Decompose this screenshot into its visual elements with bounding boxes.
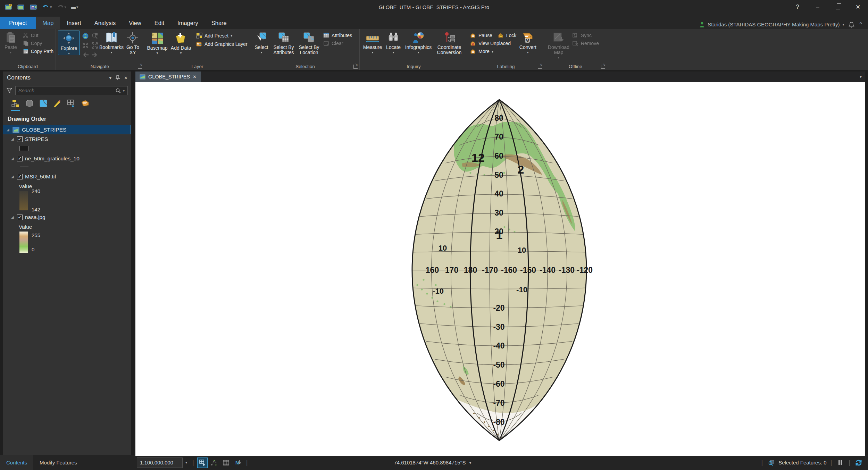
labeling-more-dropdown-icon[interactable]: ▾ xyxy=(492,50,493,53)
add-preset-dropdown-icon[interactable]: ▾ xyxy=(231,34,232,37)
search-dropdown-icon[interactable]: ▾ xyxy=(121,89,125,93)
go-to-xy-button[interactable]: Go To XY xyxy=(124,31,142,55)
redo-button[interactable]: ▾ xyxy=(57,4,67,10)
full-extent-button[interactable] xyxy=(81,32,90,40)
expander-icon[interactable]: ◢ xyxy=(11,157,15,160)
list-by-selection-tab[interactable] xyxy=(39,99,48,111)
infographics-dropdown-icon[interactable]: ▾ xyxy=(417,51,419,54)
list-by-drawing-order-tab[interactable] xyxy=(11,99,20,111)
tab-view[interactable]: View xyxy=(122,17,148,29)
sync-button[interactable]: Sync xyxy=(573,33,599,38)
nasa-checkbox[interactable]: ✓ xyxy=(17,215,23,220)
labeling-more-button[interactable]: More ▾ xyxy=(470,49,516,54)
contents-search-box[interactable]: ▾ xyxy=(15,86,128,95)
panel-pin-icon[interactable] xyxy=(116,75,120,80)
panel-menu-icon[interactable]: ▾ xyxy=(109,75,112,81)
restore-button[interactable] xyxy=(828,0,848,14)
tab-edit[interactable]: Edit xyxy=(148,17,171,29)
stripes-symbol-swatch[interactable] xyxy=(19,146,28,151)
coordinates-dropdown-icon[interactable]: ▾ xyxy=(469,460,471,465)
signed-in-user[interactable]: Staridas (STARIDAS GEOGRAPHY Making Maps… xyxy=(699,22,844,28)
download-map-button[interactable]: Download Map ▾ xyxy=(546,31,571,59)
list-by-editing-tab[interactable] xyxy=(53,99,62,111)
snapping-toggle[interactable] xyxy=(197,458,208,468)
basemap-button[interactable]: Basemap ▾ xyxy=(146,31,168,54)
close-map-tab-icon[interactable]: ✕ xyxy=(193,74,197,79)
paste-button[interactable]: Paste ▾ xyxy=(2,31,19,54)
map-rotation-north-button[interactable]: N xyxy=(233,458,243,468)
list-by-data-source-tab[interactable] xyxy=(25,99,34,111)
select-by-attributes-button[interactable]: Select By Attributes xyxy=(271,31,296,55)
tab-project[interactable]: Project xyxy=(0,17,36,29)
panel-close-icon[interactable]: ✕ xyxy=(124,75,128,81)
map-document-tab[interactable]: GLOBE_STRIPES ✕ xyxy=(135,72,201,82)
tab-analysis[interactable]: Analysis xyxy=(88,17,122,29)
convert-dropdown-icon[interactable]: ▾ xyxy=(527,51,529,54)
clear-selection-button[interactable]: Clear xyxy=(323,41,352,46)
refresh-map-button[interactable] xyxy=(853,458,864,468)
offline-dialog-launcher[interactable] xyxy=(601,65,605,69)
msr-checkbox[interactable]: ✓ xyxy=(17,174,23,179)
add-data-dropdown-icon[interactable]: ▾ xyxy=(180,52,182,54)
zoom-to-selection-button[interactable] xyxy=(91,32,99,40)
notifications-bell-icon[interactable] xyxy=(849,22,854,28)
user-dropdown-icon[interactable]: ▾ xyxy=(843,23,844,26)
selection-dialog-launcher[interactable] xyxy=(353,65,358,69)
redo-dropdown[interactable]: ▾ xyxy=(65,5,67,9)
locate-button[interactable]: Locate ▾ xyxy=(385,31,402,54)
layer-row-globe-stripes[interactable]: ◢ GLOBE_STRIPES xyxy=(3,125,131,134)
add-graphics-layer-button[interactable]: Add Graphics Layer xyxy=(196,41,248,47)
labeling-lock-button[interactable]: Lock xyxy=(498,33,517,38)
fixed-zoom-in-button[interactable] xyxy=(81,41,90,50)
undo-dropdown[interactable]: ▾ xyxy=(50,5,52,9)
tab-share[interactable]: Share xyxy=(205,17,233,29)
new-project-icon[interactable] xyxy=(5,3,12,10)
measure-button[interactable]: Measure ▾ xyxy=(362,31,383,54)
infographics-button[interactable]: Infographics ▾ xyxy=(403,31,433,54)
collapse-ribbon-icon[interactable]: ⌃ xyxy=(859,21,863,28)
expander-icon[interactable]: ◢ xyxy=(11,215,15,219)
bookmarks-dropdown-icon[interactable]: ▾ xyxy=(110,51,112,54)
bottom-tab-contents[interactable]: Contents xyxy=(0,455,33,470)
map-scale-select[interactable]: 1:100,000,000 xyxy=(137,458,183,468)
layer-row-graticules[interactable]: ◢ ✓ ne_50m_graticules_10 xyxy=(8,154,131,163)
pause-drawing-button[interactable] xyxy=(835,458,845,468)
stripes-checkbox[interactable]: ✓ xyxy=(17,136,23,142)
map-canvas[interactable]: 80706050403020-20-30-40-50-60-70-8016017… xyxy=(135,82,865,456)
convert-labels-button[interactable]: A Convert ▾ xyxy=(518,31,538,54)
open-project-icon[interactable] xyxy=(17,3,25,10)
add-data-button[interactable]: Add Data ▾ xyxy=(170,31,192,54)
basemap-dropdown-icon[interactable]: ▾ xyxy=(156,52,158,54)
next-extent-button[interactable] xyxy=(91,51,99,59)
search-icon[interactable] xyxy=(115,88,121,93)
dynamic-constraints-toggle[interactable] xyxy=(209,458,219,468)
labeling-pause-button[interactable]: Pause xyxy=(470,33,492,38)
scale-dropdown-icon[interactable]: ▾ xyxy=(183,461,190,464)
attributes-button[interactable]: Attributes xyxy=(323,33,352,38)
navigate-dialog-launcher[interactable] xyxy=(138,65,142,69)
select-button[interactable]: Select ▾ xyxy=(253,31,270,54)
save-project-icon[interactable] xyxy=(30,3,37,10)
coordinate-conversion-button[interactable]: Coordinate Conversion xyxy=(435,31,464,55)
customize-qat-button[interactable]: ▬▾ xyxy=(71,5,78,10)
layer-row-msr[interactable]: ◢ ✓ MSR_50M.tif xyxy=(8,172,131,181)
bottom-tab-modify-features[interactable]: Modify Features xyxy=(33,455,83,470)
filter-icon[interactable] xyxy=(6,87,12,94)
layer-row-nasa[interactable]: ◢ ✓ nasa.jpg xyxy=(8,212,131,222)
bookmarks-button[interactable]: Bookmarks ▾ xyxy=(100,31,123,54)
undo-button[interactable]: ▾ xyxy=(42,4,52,10)
help-button[interactable]: ? xyxy=(787,0,808,14)
zoom-to-selected-icon[interactable] xyxy=(766,458,776,468)
explore-dropdown-icon[interactable]: ▾ xyxy=(68,52,70,55)
layer-row-stripes[interactable]: ◢ ✓ STRIPES xyxy=(8,134,131,144)
tabbar-overflow-icon[interactable]: ▾ xyxy=(860,74,862,79)
expander-icon[interactable]: ◢ xyxy=(7,128,10,132)
measure-dropdown-icon[interactable]: ▾ xyxy=(372,51,373,54)
graticules-symbol-swatch[interactable] xyxy=(20,167,28,167)
copy-path-button[interactable]: Copy Path xyxy=(23,49,53,54)
search-input[interactable] xyxy=(18,88,115,93)
attribute-grid-toggle[interactable] xyxy=(221,458,231,468)
tab-map[interactable]: Map xyxy=(36,17,60,29)
previous-extent-button[interactable] xyxy=(81,51,90,59)
list-by-labeling-tab[interactable] xyxy=(81,99,90,111)
